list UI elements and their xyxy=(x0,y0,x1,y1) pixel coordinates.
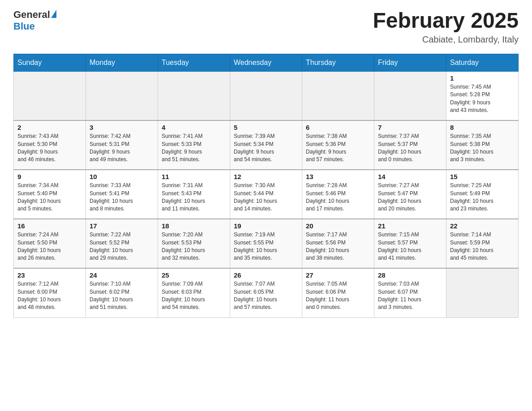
calendar-day-cell: 19Sunrise: 7:19 AM Sunset: 5:55 PM Dayli… xyxy=(230,219,302,268)
calendar-day-cell xyxy=(446,268,519,317)
day-number: 26 xyxy=(234,271,298,279)
day-number: 10 xyxy=(90,173,154,180)
calendar-header-day: Friday xyxy=(374,54,446,71)
calendar-day-cell: 27Sunrise: 7:05 AM Sunset: 6:06 PM Dayli… xyxy=(302,268,374,317)
day-number: 3 xyxy=(90,124,154,131)
calendar-week-row: 2Sunrise: 7:43 AM Sunset: 5:30 PM Daylig… xyxy=(14,120,519,170)
day-info: Sunrise: 7:31 AM Sunset: 5:43 PM Dayligh… xyxy=(162,182,226,213)
calendar-day-cell: 9Sunrise: 7:34 AM Sunset: 5:40 PM Daylig… xyxy=(14,170,86,219)
day-info: Sunrise: 7:27 AM Sunset: 5:47 PM Dayligh… xyxy=(378,182,442,213)
calendar-day-cell: 6Sunrise: 7:38 AM Sunset: 5:36 PM Daylig… xyxy=(302,120,374,170)
calendar-day-cell: 17Sunrise: 7:22 AM Sunset: 5:52 PM Dayli… xyxy=(86,219,158,268)
calendar-day-cell xyxy=(86,71,158,120)
day-number: 19 xyxy=(234,222,298,230)
calendar-day-cell: 16Sunrise: 7:24 AM Sunset: 5:50 PM Dayli… xyxy=(14,219,86,268)
day-info: Sunrise: 7:28 AM Sunset: 5:46 PM Dayligh… xyxy=(306,182,370,213)
day-info: Sunrise: 7:38 AM Sunset: 5:36 PM Dayligh… xyxy=(306,133,370,164)
calendar-header-day: Sunday xyxy=(14,54,86,71)
day-info: Sunrise: 7:10 AM Sunset: 6:02 PM Dayligh… xyxy=(90,280,154,312)
calendar-day-cell: 13Sunrise: 7:28 AM Sunset: 5:46 PM Dayli… xyxy=(302,170,374,219)
calendar-day-cell: 4Sunrise: 7:41 AM Sunset: 5:33 PM Daylig… xyxy=(158,120,230,170)
page-header: General Blue February 2025 Cabiate, Lomb… xyxy=(13,9,519,45)
calendar-day-cell xyxy=(14,71,86,120)
location-title: Cabiate, Lombardy, Italy xyxy=(373,34,519,45)
logo-triangle-icon xyxy=(51,10,56,18)
calendar-day-cell: 21Sunrise: 7:15 AM Sunset: 5:57 PM Dayli… xyxy=(374,219,446,268)
day-number: 22 xyxy=(450,222,515,230)
day-number: 1 xyxy=(450,74,515,82)
day-info: Sunrise: 7:43 AM Sunset: 5:30 PM Dayligh… xyxy=(17,133,82,164)
day-info: Sunrise: 7:17 AM Sunset: 5:56 PM Dayligh… xyxy=(306,231,370,262)
day-info: Sunrise: 7:19 AM Sunset: 5:55 PM Dayligh… xyxy=(234,231,298,262)
logo-general-text: General xyxy=(13,9,50,21)
day-number: 5 xyxy=(234,124,298,131)
calendar-day-cell xyxy=(302,71,374,120)
day-number: 23 xyxy=(17,271,82,279)
day-number: 13 xyxy=(306,173,370,180)
day-number: 7 xyxy=(378,124,442,131)
calendar-day-cell: 22Sunrise: 7:14 AM Sunset: 5:59 PM Dayli… xyxy=(446,219,519,268)
day-info: Sunrise: 7:45 AM Sunset: 5:28 PM Dayligh… xyxy=(450,83,515,115)
calendar-day-cell: 14Sunrise: 7:27 AM Sunset: 5:47 PM Dayli… xyxy=(374,170,446,219)
calendar-day-cell xyxy=(374,71,446,120)
calendar-day-cell: 11Sunrise: 7:31 AM Sunset: 5:43 PM Dayli… xyxy=(158,170,230,219)
day-number: 16 xyxy=(17,222,82,230)
calendar-day-cell: 3Sunrise: 7:42 AM Sunset: 5:31 PM Daylig… xyxy=(86,120,158,170)
day-info: Sunrise: 7:05 AM Sunset: 6:06 PM Dayligh… xyxy=(306,280,370,312)
calendar-header-day: Saturday xyxy=(446,54,519,71)
calendar-header-day: Thursday xyxy=(302,54,374,71)
calendar-day-cell: 15Sunrise: 7:25 AM Sunset: 5:49 PM Dayli… xyxy=(446,170,519,219)
day-info: Sunrise: 7:42 AM Sunset: 5:31 PM Dayligh… xyxy=(90,133,154,164)
calendar-week-row: 16Sunrise: 7:24 AM Sunset: 5:50 PM Dayli… xyxy=(14,219,519,268)
calendar-week-row: 23Sunrise: 7:12 AM Sunset: 6:00 PM Dayli… xyxy=(14,268,519,317)
calendar-day-cell: 1Sunrise: 7:45 AM Sunset: 5:28 PM Daylig… xyxy=(446,71,519,120)
day-info: Sunrise: 7:07 AM Sunset: 6:05 PM Dayligh… xyxy=(234,280,298,312)
day-number: 12 xyxy=(234,173,298,180)
day-number: 17 xyxy=(90,222,154,230)
calendar-day-cell: 7Sunrise: 7:37 AM Sunset: 5:37 PM Daylig… xyxy=(374,120,446,170)
day-info: Sunrise: 7:33 AM Sunset: 5:41 PM Dayligh… xyxy=(90,182,154,213)
day-number: 9 xyxy=(17,173,82,180)
logo: General Blue xyxy=(13,9,56,32)
day-info: Sunrise: 7:24 AM Sunset: 5:50 PM Dayligh… xyxy=(17,231,82,262)
day-info: Sunrise: 7:22 AM Sunset: 5:52 PM Dayligh… xyxy=(90,231,154,262)
day-info: Sunrise: 7:35 AM Sunset: 5:38 PM Dayligh… xyxy=(450,133,515,164)
day-info: Sunrise: 7:39 AM Sunset: 5:34 PM Dayligh… xyxy=(234,133,298,164)
calendar-day-cell: 23Sunrise: 7:12 AM Sunset: 6:00 PM Dayli… xyxy=(14,268,86,317)
day-number: 18 xyxy=(162,222,226,230)
calendar-header-day: Monday xyxy=(86,54,158,71)
calendar-header-row: SundayMondayTuesdayWednesdayThursdayFrid… xyxy=(14,54,519,71)
calendar-header-day: Tuesday xyxy=(158,54,230,71)
calendar-day-cell xyxy=(158,71,230,120)
calendar-header-day: Wednesday xyxy=(230,54,302,71)
day-info: Sunrise: 7:03 AM Sunset: 6:07 PM Dayligh… xyxy=(378,280,442,312)
calendar-day-cell: 5Sunrise: 7:39 AM Sunset: 5:34 PM Daylig… xyxy=(230,120,302,170)
day-info: Sunrise: 7:14 AM Sunset: 5:59 PM Dayligh… xyxy=(450,231,515,262)
day-info: Sunrise: 7:37 AM Sunset: 5:37 PM Dayligh… xyxy=(378,133,442,164)
day-number: 4 xyxy=(162,124,226,131)
day-number: 8 xyxy=(450,124,515,131)
calendar-day-cell: 8Sunrise: 7:35 AM Sunset: 5:38 PM Daylig… xyxy=(446,120,519,170)
calendar-week-row: 9Sunrise: 7:34 AM Sunset: 5:40 PM Daylig… xyxy=(14,170,519,219)
day-number: 11 xyxy=(162,173,226,180)
day-number: 6 xyxy=(306,124,370,131)
calendar-day-cell: 24Sunrise: 7:10 AM Sunset: 6:02 PM Dayli… xyxy=(86,268,158,317)
day-info: Sunrise: 7:09 AM Sunset: 6:03 PM Dayligh… xyxy=(162,280,226,312)
day-info: Sunrise: 7:41 AM Sunset: 5:33 PM Dayligh… xyxy=(162,133,226,164)
calendar-day-cell: 28Sunrise: 7:03 AM Sunset: 6:07 PM Dayli… xyxy=(374,268,446,317)
calendar-day-cell: 26Sunrise: 7:07 AM Sunset: 6:05 PM Dayli… xyxy=(230,268,302,317)
calendar-day-cell xyxy=(230,71,302,120)
day-info: Sunrise: 7:20 AM Sunset: 5:53 PM Dayligh… xyxy=(162,231,226,262)
logo-blue-text: Blue xyxy=(13,21,56,32)
month-title: February 2025 xyxy=(373,9,519,33)
day-number: 28 xyxy=(378,271,442,279)
calendar-week-row: 1Sunrise: 7:45 AM Sunset: 5:28 PM Daylig… xyxy=(14,71,519,120)
calendar-day-cell: 25Sunrise: 7:09 AM Sunset: 6:03 PM Dayli… xyxy=(158,268,230,317)
day-info: Sunrise: 7:30 AM Sunset: 5:44 PM Dayligh… xyxy=(234,182,298,213)
day-number: 27 xyxy=(306,271,370,279)
day-number: 21 xyxy=(378,222,442,230)
day-number: 2 xyxy=(17,124,82,131)
day-number: 14 xyxy=(378,173,442,180)
title-block: February 2025 Cabiate, Lombardy, Italy xyxy=(373,9,519,45)
day-info: Sunrise: 7:25 AM Sunset: 5:49 PM Dayligh… xyxy=(450,182,515,213)
